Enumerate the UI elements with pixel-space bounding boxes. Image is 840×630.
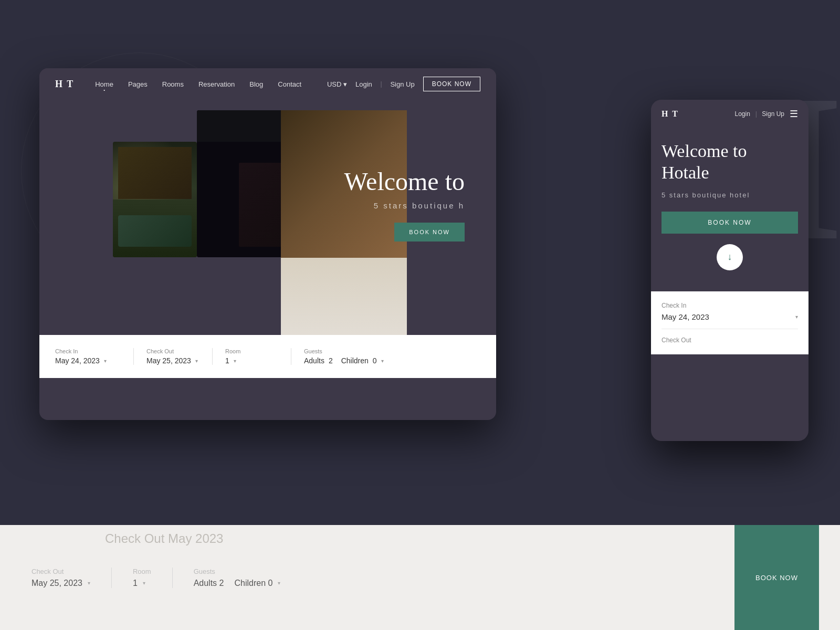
bottom-children-value: Children 0 (234, 579, 272, 588)
mobile-booking-section: Check In May 24, 2023 ▾ Check Out (651, 291, 808, 354)
nav-link-reservation[interactable]: Reservation (198, 80, 235, 88)
mobile-welcome-subtitle: 5 stars boutique hotel (662, 191, 798, 199)
mobile-navigation: H T Login | Sign Up ☰ (651, 100, 808, 128)
desktop-checkin-label: Check In (55, 348, 121, 354)
mobile-browser-window: H T Login | Sign Up ☰ Welcome toHotale 5… (651, 100, 808, 441)
bottom-room-field: Room 1 ▾ (112, 568, 173, 588)
nav-signup-link[interactable]: Sign Up (390, 80, 414, 88)
mobile-welcome-title: Welcome toHotale (662, 141, 798, 184)
desktop-hero-section: Welcome to 5 stars boutique h BOOK NOW C… (39, 100, 496, 378)
nav-link-blog[interactable]: Blog (249, 80, 263, 88)
desktop-logo: H T (55, 79, 74, 90)
mobile-checkin-arrow[interactable]: ▾ (795, 314, 798, 320)
nav-book-now-button[interactable]: BOOK NOW (423, 77, 480, 91)
bottom-room-row: 1 ▾ (133, 579, 151, 588)
mobile-logo: H T (662, 109, 735, 119)
bottom-checkout-value: May 25, 2023 (32, 579, 82, 588)
checkout-may-label: Check Out May 2023 (105, 531, 223, 546)
desktop-checkout-field: Check Out May 25, 2023 ▾ (134, 348, 213, 365)
bottom-guests-label: Guests (194, 568, 713, 575)
desktop-checkin-value-row: May 24, 2023 ▾ (55, 356, 121, 365)
bottom-room-value: 1 (133, 579, 138, 588)
room-image-living (113, 142, 197, 257)
nav-link-rooms[interactable]: Rooms (162, 80, 184, 88)
currency-selector[interactable]: USD ▾ (327, 80, 347, 88)
bottom-room-label: Room (133, 568, 151, 575)
bottom-room-arrow[interactable]: ▾ (143, 580, 145, 586)
desktop-room-value-row: 1 ▾ (225, 356, 278, 365)
mobile-checkin-label: Check In (662, 302, 798, 309)
desktop-adults-value: 2 (329, 356, 333, 365)
desktop-children-value: 0 (373, 356, 377, 365)
guests-dropdown-arrow[interactable]: ▾ (381, 358, 384, 364)
checkin-dropdown-arrow[interactable]: ▾ (104, 358, 107, 364)
nav-link-pages[interactable]: Pages (128, 80, 148, 88)
mobile-checkin-value-row: May 24, 2023 ▾ (662, 312, 798, 329)
bottom-guests-row: Adults 2 Children 0 ▾ (194, 579, 713, 588)
nav-login-link[interactable]: Login (355, 80, 372, 88)
desktop-navigation: H T Home Pages Rooms Reservation Blog Co… (39, 68, 496, 100)
bottom-guests-arrow[interactable]: ▾ (278, 580, 280, 586)
desktop-adults-label: Adults (304, 356, 324, 365)
bottom-checkout-row: May 25, 2023 ▾ (32, 579, 90, 588)
bottom-checkout-field: Check Out May 25, 2023 ▾ (21, 568, 112, 588)
nav-divider: | (381, 80, 382, 88)
hamburger-menu-icon[interactable]: ☰ (790, 108, 798, 120)
desktop-welcome-title: Welcome to (344, 168, 465, 196)
desktop-checkout-label: Check Out (146, 348, 200, 354)
bottom-book-now-button[interactable]: BOOK NOW (734, 525, 819, 630)
desktop-nav-links: Home Pages Rooms Reservation Blog Contac… (95, 80, 327, 88)
nav-link-contact[interactable]: Contact (278, 80, 301, 88)
desktop-guests-label: Guests (304, 348, 468, 354)
desktop-nav-right: USD ▾ Login | Sign Up BOOK NOW (327, 77, 480, 91)
bottom-adults-value: Adults 2 (194, 579, 224, 588)
mobile-hero-section: Welcome toHotale 5 stars boutique hotel … (651, 128, 808, 291)
bottom-booking-fields: Check Out May 25, 2023 ▾ Room 1 ▾ Guests… (21, 568, 734, 588)
bottom-checkout-label: Check Out (32, 568, 90, 575)
mobile-nav-right: Login | Sign Up ☰ (735, 108, 798, 120)
desktop-children-label: Children (341, 356, 369, 365)
mobile-scroll-down-button[interactable]: ↓ (717, 244, 743, 270)
mobile-signup-link[interactable]: Sign Up (762, 110, 784, 118)
desktop-room-field: Room 1 ▾ (213, 348, 291, 365)
hero-book-now-button[interactable]: BOOK NOW (394, 223, 465, 242)
mobile-book-now-button[interactable]: BOOK NOW (662, 212, 798, 234)
mobile-login-link[interactable]: Login (735, 110, 750, 118)
mobile-checkout-label: Check Out (662, 337, 798, 344)
desktop-checkout-value-row: May 25, 2023 ▾ (146, 356, 200, 365)
mobile-checkin-value: May 24, 2023 (662, 312, 709, 321)
desktop-checkin-field: Check In May 24, 2023 ▾ (55, 348, 134, 365)
nav-link-home[interactable]: Home (95, 80, 113, 88)
desktop-browser-window: H T Home Pages Rooms Reservation Blog Co… (39, 68, 496, 420)
desktop-guests-value-row: Adults 2 Children 0 ▾ (304, 356, 468, 365)
mobile-nav-divider: | (755, 110, 757, 118)
bottom-checkout-arrow[interactable]: ▾ (88, 580, 90, 586)
desktop-hero-text: Welcome to 5 stars boutique h BOOK NOW (344, 168, 465, 242)
checkout-dropdown-arrow[interactable]: ▾ (195, 358, 198, 364)
scroll-down-arrow-icon: ↓ (728, 251, 732, 262)
bottom-guests-field: Guests Adults 2 Children 0 ▾ (173, 568, 734, 588)
desktop-welcome-subtitle: 5 stars boutique h (344, 201, 465, 210)
desktop-room-label: Room (225, 348, 278, 354)
desktop-booking-bar: Check In May 24, 2023 ▾ Check Out May 25… (39, 335, 496, 378)
room-dropdown-arrow[interactable]: ▾ (234, 358, 236, 364)
desktop-guests-field: Guests Adults 2 Children 0 ▾ (291, 348, 480, 365)
